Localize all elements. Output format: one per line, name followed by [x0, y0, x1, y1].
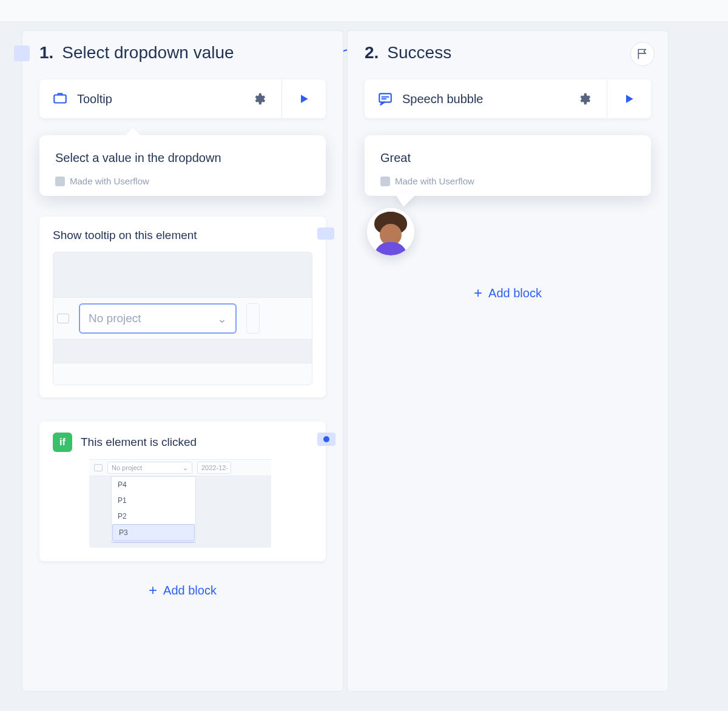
plus-icon: +: [149, 583, 157, 598]
step-1-number: 1.: [39, 43, 53, 62]
trigger-title: This element is clicked: [81, 436, 197, 449]
target-dropdown-value: No project: [89, 312, 141, 325]
trigger-output-port[interactable]: [317, 433, 335, 446]
block-play-button-1[interactable]: [281, 79, 326, 118]
chevron-down-icon: ⌄: [183, 464, 188, 472]
tooltip-text: Select a value in the dropdown: [55, 151, 310, 165]
block-type-label-1: Tooltip: [77, 92, 252, 106]
step-2-number: 2.: [365, 43, 379, 62]
speech-bubble-preview[interactable]: Great Made with Userflow: [365, 135, 651, 196]
dropdown-option[interactable]: P1: [112, 493, 195, 508]
target-dropdown[interactable]: No project ⌄: [79, 303, 237, 334]
mini-date-cell: 2022-12-: [197, 462, 231, 474]
mini-dropdown-options[interactable]: P4P1P2P3: [111, 476, 196, 543]
svg-rect-0: [54, 95, 66, 103]
step-column-2[interactable]: 2. Success Speech bubble: [347, 30, 669, 692]
made-with-row-1: Made with Userflow: [55, 176, 310, 186]
speech-bubble-text: Great: [380, 151, 635, 165]
block-type-label-2: Speech bubble: [402, 92, 578, 106]
tooltip-icon: [52, 90, 69, 107]
block-type-card-1[interactable]: Tooltip: [39, 79, 326, 118]
add-block-button-2[interactable]: + Add block: [365, 286, 651, 300]
target-element-card[interactable]: Show tooltip on this element No project …: [39, 217, 326, 397]
mini-dropdown[interactable]: No project ⌄: [107, 462, 192, 474]
block-type-card-2[interactable]: Speech bubble: [365, 79, 651, 118]
add-block-label-1: Add block: [163, 584, 217, 598]
adjacent-cell: [246, 303, 260, 334]
top-bar: [0, 0, 728, 22]
mini-dropdown-value: No project: [112, 464, 142, 471]
target-element-preview: No project ⌄: [53, 252, 312, 385]
step-1-title: Select dropdown value: [62, 43, 234, 62]
add-block-button-1[interactable]: + Add block: [39, 583, 326, 598]
step-1-header[interactable]: 1. Select dropdown value: [39, 43, 326, 62]
made-with-label-1: Made with Userflow: [70, 176, 149, 186]
tooltip-preview[interactable]: Select a value in the dropdown Made with…: [39, 135, 326, 196]
row-icon: [57, 314, 69, 323]
made-with-row-2: Made with Userflow: [380, 176, 635, 186]
chevron-down-icon: ⌄: [217, 312, 227, 326]
plus-icon: +: [474, 286, 482, 300]
target-element-port[interactable]: [317, 227, 334, 240]
mini-row-icon: [94, 464, 103, 471]
step-column-1[interactable]: 1. Select dropdown value Tooltip: [22, 30, 343, 692]
trigger-element-preview: No project ⌄ 2022-12- P4P1P2P3: [89, 459, 271, 548]
target-element-title: Show tooltip on this element: [53, 229, 312, 242]
block-play-button-2[interactable]: [607, 79, 651, 118]
add-block-label-2: Add block: [488, 286, 542, 300]
userflow-logo-icon: [55, 177, 65, 186]
step-1-handle[interactable]: [14, 45, 30, 61]
flow-canvas: 1. Select dropdown value Tooltip: [0, 22, 728, 711]
finish-flag-icon[interactable]: [630, 42, 655, 66]
avatar: [367, 208, 414, 255]
preview-footer-row: [53, 363, 312, 385]
trigger-card[interactable]: if This element is clicked No project ⌄ …: [39, 422, 326, 561]
speech-bubble-icon: [377, 90, 394, 107]
dropdown-option[interactable]: P3: [112, 524, 195, 541]
userflow-logo-icon: [380, 177, 390, 186]
dropdown-option[interactable]: P4: [112, 477, 195, 493]
step-2-title: Success: [387, 43, 451, 62]
if-badge-icon: if: [53, 433, 72, 452]
made-with-label-2: Made with Userflow: [395, 176, 474, 186]
block-settings-button-2[interactable]: [578, 92, 591, 106]
block-settings-button-1[interactable]: [252, 92, 266, 106]
svg-rect-1: [379, 93, 391, 102]
step-2-header[interactable]: 2. Success: [365, 43, 651, 62]
dropdown-option[interactable]: P2: [112, 508, 195, 524]
